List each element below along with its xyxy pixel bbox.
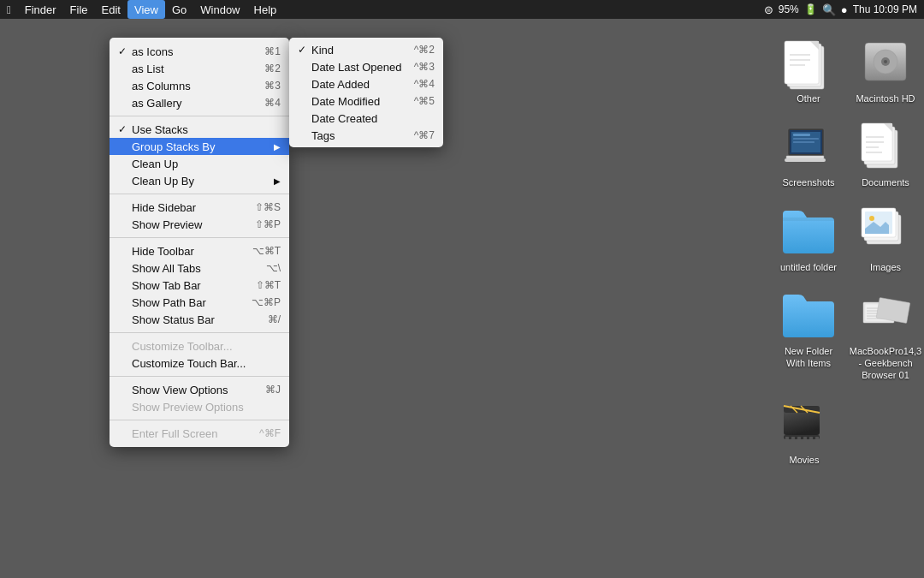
untitled-folder-label: untitled folder [780, 261, 837, 273]
desktop: Other [0, 19, 924, 578]
icon-row-5: Movies [753, 389, 924, 473]
desktop-icon-screenshots[interactable]: Screenshots [770, 111, 847, 195]
battery-icon: 🔋 [804, 3, 817, 15]
kind-label: Kind [311, 44, 407, 57]
menu-item-use-stacks[interactable]: ✓ Use Stacks [110, 121, 289, 138]
window-menu[interactable]: Window [193, 0, 246, 19]
clock: Thu 10:09 PM [853, 3, 917, 15]
icon-row-3: untitled folder Images [753, 196, 924, 280]
search-icon[interactable]: 🔍 [822, 3, 836, 16]
macintosh-hd-icon-img [858, 34, 913, 89]
submenu-date-created[interactable]: Date Created [289, 110, 443, 127]
date-added-label: Date Added [311, 78, 407, 91]
enter-full-screen-shortcut: ^⌘F [259, 427, 281, 439]
documents-label: Documents [862, 176, 909, 188]
customize-touch-bar-label: Customize Touch Bar... [132, 357, 274, 370]
menu-item-clean-up-by[interactable]: Clean Up By ▶ [110, 172, 289, 189]
date-added-shortcut: ^⌘4 [414, 78, 435, 90]
menubar-left:  Finder File Edit View Go Window Help [0, 0, 764, 19]
images-label: Images [870, 261, 901, 273]
clean-up-by-arrow: ▶ [274, 176, 281, 186]
desktop-icon-macbookpro[interactable]: MacBookPro14,3 - Geekbench Browser 01 [847, 280, 924, 389]
view-menu-section-1: ✓ as Icons ⌘1 as List ⌘2 as Columns ⌘3 a… [110, 41, 289, 113]
hide-sidebar-label: Hide Sidebar [132, 201, 248, 214]
separator-3 [110, 237, 289, 238]
icon-row-1: Other [753, 27, 924, 111]
svg-rect-50 [809, 437, 813, 439]
svg-rect-46 [785, 437, 789, 439]
svg-rect-2 [785, 41, 819, 84]
other-icon-img [781, 34, 836, 89]
menu-item-show-all-tabs[interactable]: Show All Tabs ⌥\ [110, 259, 289, 277]
show-preview-options-label: Show Preview Options [132, 401, 274, 414]
desktop-icon-macintosh-hd[interactable]: Macintosh HD [847, 27, 924, 111]
help-menu[interactable]: Help [247, 0, 284, 19]
menu-item-customize-toolbar: Customize Toolbar... [110, 337, 289, 355]
go-menu[interactable]: Go [165, 0, 193, 19]
new-folder-icon-img [781, 287, 836, 342]
images-icon-img [858, 203, 913, 258]
as-gallery-shortcut: ⌘4 [264, 97, 281, 109]
menu-item-hide-toolbar[interactable]: Hide Toolbar ⌥⌘T [110, 242, 289, 259]
tags-shortcut: ^⌘7 [414, 129, 435, 141]
menu-item-show-status-bar[interactable]: Show Status Bar ⌘/ [110, 311, 289, 328]
submenu-date-last-opened[interactable]: Date Last Opened ^⌘3 [289, 58, 443, 75]
as-icons-shortcut: ⌘1 [264, 45, 281, 57]
edit-menu[interactable]: Edit [95, 0, 127, 19]
menu-item-show-preview[interactable]: Show Preview ⇧⌘P [110, 216, 289, 233]
menubar:  Finder File Edit View Go Window Help ⊜… [0, 0, 924, 19]
menubar-right: ⊜ 95% 🔋 🔍 ● Thu 10:09 PM [764, 3, 924, 16]
menu-item-as-icons[interactable]: ✓ as Icons ⌘1 [110, 43, 289, 60]
desktop-icon-other[interactable]: Other [770, 27, 847, 111]
submenu-kind[interactable]: ✓ Kind ^⌘2 [289, 41, 443, 58]
enter-full-screen-label: Enter Full Screen [132, 427, 252, 440]
hide-toolbar-shortcut: ⌥⌘T [252, 245, 281, 257]
menu-item-as-gallery[interactable]: as Gallery ⌘4 [110, 94, 289, 111]
menu-item-show-tab-bar[interactable]: Show Tab Bar ⇧⌘T [110, 277, 289, 294]
menu-item-show-preview-options: Show Preview Options [110, 398, 289, 415]
tags-label: Tags [311, 129, 407, 142]
icon-row-2: Screenshots Documents [753, 111, 924, 195]
as-columns-shortcut: ⌘3 [264, 80, 281, 92]
apple-menu[interactable]:  [0, 0, 18, 19]
svg-rect-45 [784, 435, 820, 439]
menu-item-as-list[interactable]: as List ⌘2 [110, 60, 289, 77]
file-menu[interactable]: File [63, 0, 95, 19]
view-menu-section-2: ✓ Use Stacks Group Stacks By ▶ Clean Up … [110, 119, 289, 191]
menu-item-group-stacks[interactable]: Group Stacks By ▶ [110, 138, 289, 155]
clean-up-label: Clean Up [132, 158, 274, 170]
desktop-icon-movies[interactable]: Movies [766, 389, 843, 473]
menu-item-hide-sidebar[interactable]: Hide Sidebar ⇧⌘S [110, 199, 289, 216]
desktop-icon-untitled-folder[interactable]: untitled folder [770, 196, 847, 280]
as-icons-label: as Icons [132, 45, 258, 58]
as-icons-check: ✓ [118, 45, 132, 57]
finder-menu[interactable]: Finder [18, 0, 63, 19]
show-all-tabs-label: Show All Tabs [132, 262, 259, 275]
desktop-icon-images[interactable]: Images [847, 196, 924, 280]
svg-rect-48 [797, 437, 801, 439]
icon-row-4: New Folder With Items [753, 280, 924, 389]
menu-item-show-view-options[interactable]: Show View Options ⌘J [110, 381, 289, 398]
control-center-icon[interactable]: ● [841, 3, 848, 16]
menu-item-show-path-bar[interactable]: Show Path Bar ⌥⌘P [110, 294, 289, 311]
submenu-date-added[interactable]: Date Added ^⌘4 [289, 75, 443, 92]
show-view-options-shortcut: ⌘J [265, 384, 281, 396]
menu-item-customize-touch-bar[interactable]: Customize Touch Bar... [110, 355, 289, 372]
separator-5 [110, 376, 289, 377]
view-menu-section-6: Show View Options ⌘J Show Preview Option… [110, 379, 289, 417]
use-stacks-check: ✓ [118, 123, 132, 135]
show-status-bar-shortcut: ⌘/ [268, 313, 281, 325]
show-tab-bar-shortcut: ⇧⌘T [256, 279, 281, 291]
show-preview-label: Show Preview [132, 218, 248, 231]
submenu-tags[interactable]: Tags ^⌘7 [289, 127, 443, 144]
svg-rect-15 [793, 138, 819, 140]
submenu-date-modified[interactable]: Date Modified ^⌘5 [289, 92, 443, 110]
show-path-bar-label: Show Path Bar [132, 296, 245, 309]
view-menu-trigger[interactable]: View [127, 0, 165, 19]
desktop-icon-new-folder[interactable]: New Folder With Items [770, 280, 847, 389]
desktop-icon-documents[interactable]: Documents [847, 111, 924, 195]
menu-item-clean-up[interactable]: Clean Up [110, 155, 289, 172]
as-columns-label: as Columns [132, 80, 258, 92]
menu-item-as-columns[interactable]: as Columns ⌘3 [110, 77, 289, 94]
as-list-label: as List [132, 63, 258, 75]
